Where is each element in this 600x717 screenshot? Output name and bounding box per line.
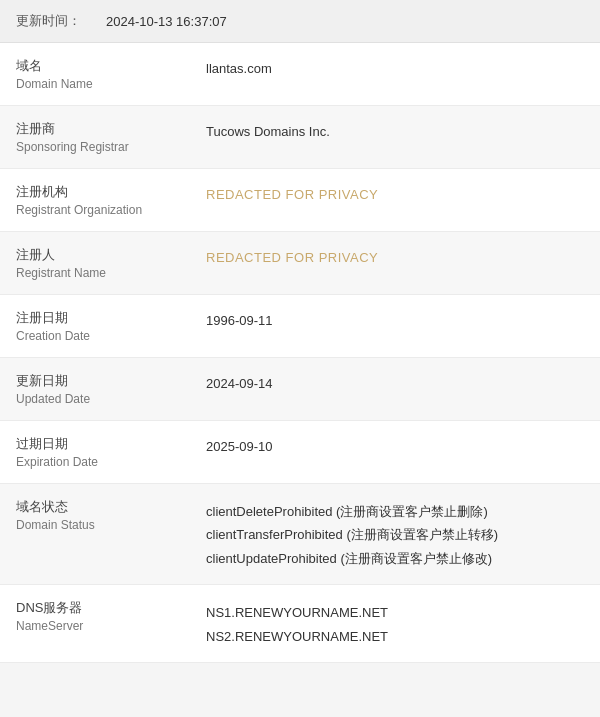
main-container: 更新时间： 2024-10-13 16:37:07 域名Domain Namel… — [0, 0, 600, 663]
field-value-updated-date: 2024-09-14 — [206, 372, 584, 395]
info-row-domain-name: 域名Domain Namellantas.com — [0, 43, 600, 106]
field-label-expiration-date: 过期日期Expiration Date — [16, 435, 206, 469]
field-label-cn-creation-date: 注册日期 — [16, 309, 196, 327]
field-label-en-nameserver: NameServer — [16, 619, 196, 633]
field-label-domain-name: 域名Domain Name — [16, 57, 206, 91]
field-label-cn-sponsoring-registrar: 注册商 — [16, 120, 196, 138]
field-label-cn-registrant-organization: 注册机构 — [16, 183, 196, 201]
field-value-line-0: clientDeleteProhibited (注册商设置客户禁止删除) — [206, 504, 488, 519]
field-label-en-creation-date: Creation Date — [16, 329, 196, 343]
update-time-label: 更新时间： — [16, 12, 106, 30]
field-label-sponsoring-registrar: 注册商Sponsoring Registrar — [16, 120, 206, 154]
field-value-line-2: clientUpdateProhibited (注册商设置客户禁止修改) — [206, 551, 492, 566]
update-time-row: 更新时间： 2024-10-13 16:37:07 — [0, 0, 600, 43]
field-value-sponsoring-registrar: Tucows Domains Inc. — [206, 120, 584, 143]
field-label-registrant-organization: 注册机构Registrant Organization — [16, 183, 206, 217]
field-label-en-domain-status: Domain Status — [16, 518, 196, 532]
field-value-domain-status: clientDeleteProhibited (注册商设置客户禁止删除)clie… — [206, 498, 584, 570]
field-label-cn-domain-status: 域名状态 — [16, 498, 196, 516]
field-label-registrant-name: 注册人Registrant Name — [16, 246, 206, 280]
field-value-registrant-organization: REDACTED FOR PRIVACY — [206, 183, 584, 206]
info-row-sponsoring-registrar: 注册商Sponsoring RegistrarTucows Domains In… — [0, 106, 600, 169]
rows-container: 域名Domain Namellantas.com注册商Sponsoring Re… — [0, 43, 600, 663]
info-row-domain-status: 域名状态Domain StatusclientDeleteProhibited … — [0, 484, 600, 585]
field-value-nameserver: NS1.RENEWYOURNAME.NETNS2.RENEWYOURNAME.N… — [206, 599, 584, 648]
field-value-domain-name: llantas.com — [206, 57, 584, 80]
field-label-cn-domain-name: 域名 — [16, 57, 196, 75]
info-row-registrant-organization: 注册机构Registrant OrganizationREDACTED FOR … — [0, 169, 600, 232]
info-row-expiration-date: 过期日期Expiration Date2025-09-10 — [0, 421, 600, 484]
field-label-cn-registrant-name: 注册人 — [16, 246, 196, 264]
field-label-en-expiration-date: Expiration Date — [16, 455, 196, 469]
update-time-value: 2024-10-13 16:37:07 — [106, 14, 227, 29]
info-row-creation-date: 注册日期Creation Date1996-09-11 — [0, 295, 600, 358]
field-value-expiration-date: 2025-09-10 — [206, 435, 584, 458]
info-row-updated-date: 更新日期Updated Date2024-09-14 — [0, 358, 600, 421]
info-row-nameserver: DNS服务器NameServerNS1.RENEWYOURNAME.NETNS2… — [0, 585, 600, 663]
field-label-en-registrant-name: Registrant Name — [16, 266, 196, 280]
field-value-line-1: clientTransferProhibited (注册商设置客户禁止转移) — [206, 527, 498, 542]
field-value-creation-date: 1996-09-11 — [206, 309, 584, 332]
field-label-cn-nameserver: DNS服务器 — [16, 599, 196, 617]
field-label-updated-date: 更新日期Updated Date — [16, 372, 206, 406]
info-row-registrant-name: 注册人Registrant NameREDACTED FOR PRIVACY — [0, 232, 600, 295]
field-value-registrant-name: REDACTED FOR PRIVACY — [206, 246, 584, 269]
field-label-cn-updated-date: 更新日期 — [16, 372, 196, 390]
field-label-en-registrant-organization: Registrant Organization — [16, 203, 196, 217]
field-value-line-0: NS1.RENEWYOURNAME.NET — [206, 605, 388, 620]
field-value-line-1: NS2.RENEWYOURNAME.NET — [206, 629, 388, 644]
field-label-en-domain-name: Domain Name — [16, 77, 196, 91]
field-label-creation-date: 注册日期Creation Date — [16, 309, 206, 343]
field-label-cn-expiration-date: 过期日期 — [16, 435, 196, 453]
field-label-domain-status: 域名状态Domain Status — [16, 498, 206, 532]
field-label-nameserver: DNS服务器NameServer — [16, 599, 206, 633]
field-label-en-updated-date: Updated Date — [16, 392, 196, 406]
field-label-en-sponsoring-registrar: Sponsoring Registrar — [16, 140, 196, 154]
